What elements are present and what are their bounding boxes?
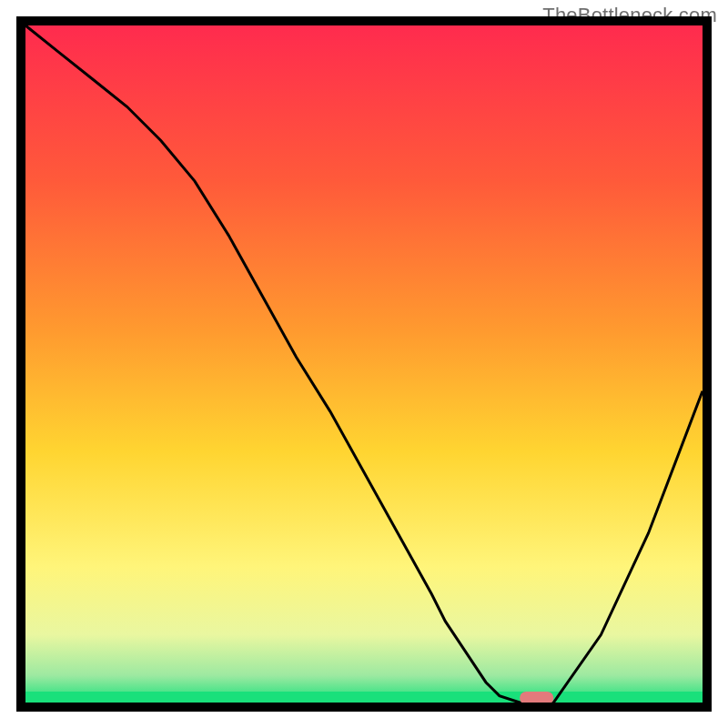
plot-bottom-band [25,692,703,703]
bottleneck-chart [0,0,728,728]
plot-background [25,25,703,703]
optimum-marker [520,692,553,704]
chart-stage: TheBottleneck.com [0,0,728,728]
